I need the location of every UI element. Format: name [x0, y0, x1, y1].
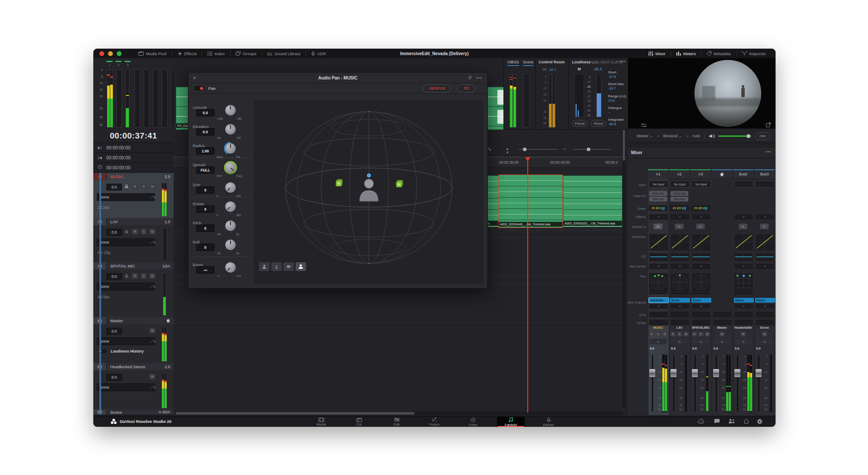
bus-output-chip[interactable]: Scene	[670, 298, 690, 303]
mute-button[interactable]: M	[149, 374, 155, 379]
horizontal-zoom-icon[interactable]: ‹›	[563, 147, 566, 151]
view-front-button[interactable]	[259, 262, 270, 271]
dynamics-graph[interactable]	[649, 234, 668, 251]
zoom-window-button[interactable]	[117, 51, 122, 56]
monitor-mode-button[interactable]: Auto	[692, 134, 700, 138]
size-knob[interactable]	[224, 181, 237, 194]
pitch-knob[interactable]	[224, 219, 237, 232]
add-effect-button[interactable]: +	[649, 214, 668, 220]
roll-value[interactable]: 0	[196, 244, 214, 251]
fader-handle[interactable]	[649, 369, 655, 377]
expand-icon[interactable]	[766, 122, 771, 127]
track-body-a3[interactable]: 0.0 R S M None⌄ ∿ 4 Clips	[93, 270, 174, 317]
timeline-zoom-slider[interactable]	[573, 149, 611, 150]
mute-button[interactable]: M	[741, 332, 746, 336]
page-deliver[interactable]: Deliver	[535, 417, 562, 427]
track-gain[interactable]: 0.0	[106, 328, 122, 335]
add-bus-output-button[interactable]: +	[691, 303, 711, 309]
track-body-b2[interactable]: 0.0 M None⌄ ∿	[93, 370, 174, 410]
eq-graph[interactable]	[691, 253, 711, 262]
strip-gain-value[interactable]: 0.0	[735, 346, 739, 350]
boom-knob[interactable]	[224, 261, 237, 274]
fader-track[interactable]	[673, 355, 674, 412]
io-dropdown[interactable]: None⌄	[97, 238, 155, 246]
fader-handle[interactable]	[671, 369, 677, 377]
track-header-a1[interactable]: A1 MUSIC 2.0	[93, 173, 174, 181]
inspector-button[interactable]: Inspector	[736, 49, 771, 58]
mixer-column-bus3[interactable]: Bus3 + In + Master + Scene M ∿ 0.0	[754, 148, 775, 417]
group-cell[interactable]	[691, 319, 711, 326]
automation-icon[interactable]: ∿	[152, 284, 156, 289]
page-cut[interactable]: Cut	[345, 417, 373, 427]
cloud-sync-icon[interactable]	[697, 419, 704, 424]
mixer-column-master[interactable]: Master M ∿ 0.0 05101520304050	[712, 148, 732, 417]
minimize-window-button[interactable]	[108, 51, 113, 56]
timecode-row-in[interactable]: ▶|00:00:00:00	[93, 142, 174, 153]
strip-gain-value[interactable]: 0.0	[692, 346, 697, 350]
page-edit[interactable]: Edit	[383, 417, 411, 427]
effects-in-button[interactable]: In	[696, 224, 705, 229]
add-bus-output-button[interactable]: +	[649, 303, 668, 309]
add-effect-button[interactable]: +	[755, 214, 775, 220]
record-arm-button[interactable]: R	[649, 332, 654, 336]
strip-label[interactable]: Master	[712, 326, 732, 329]
track-body-a2[interactable]: 0.0 R S M None⌄ ∿ No Clip	[93, 225, 174, 263]
solo-button[interactable]: S	[141, 273, 147, 279]
page-fusion[interactable]: Fusion	[421, 417, 448, 427]
io-dropdown[interactable]: None⌄	[97, 283, 155, 290]
pan-enable-toggle[interactable]	[194, 85, 205, 91]
track-fx-chip[interactable]: Voice Iso	[671, 191, 688, 196]
mixer-column-bus2[interactable]: Bus2 + In + Master + HeadlckdStr M ∿	[733, 148, 753, 417]
solo-button[interactable]: S	[141, 184, 147, 189]
vca-cell[interactable]	[713, 311, 732, 318]
input-select[interactable]: No Input	[691, 181, 711, 188]
column-header[interactable]: A2	[669, 169, 690, 178]
add-bus-output-button[interactable]: +	[755, 303, 775, 309]
spread-knob[interactable]	[224, 161, 237, 174]
vca-cell[interactable]	[649, 311, 668, 318]
elevation-value[interactable]: 0.0	[196, 128, 214, 135]
bus-output-chip[interactable]: Master	[734, 298, 754, 303]
strip-gain-value[interactable]: 0.0	[671, 346, 675, 350]
loudness-reset-button[interactable]: Reset	[591, 120, 606, 127]
fader-track[interactable]	[716, 355, 717, 412]
column-header[interactable]: A3	[690, 169, 711, 178]
loudness-history-toggle[interactable]: Loudness History	[98, 349, 144, 354]
strip-label[interactable]: HeadlckdStr	[733, 326, 753, 329]
track-header-a2[interactable]: A2 LAV 1.0	[93, 218, 174, 226]
metadata-button[interactable]: Metadata	[701, 49, 736, 58]
track-body-b1[interactable]: 0.0 M None⌄ ∿ Loudness History	[93, 324, 174, 363]
automation-button[interactable]: ∿	[713, 339, 730, 344]
track-header-b1[interactable]: B1 Master	[93, 317, 174, 325]
io-dropdown[interactable]: None⌄	[97, 383, 155, 391]
sound-library-button[interactable]: Sound Library	[262, 49, 306, 58]
size-value[interactable]: 0	[196, 186, 214, 194]
strip-label[interactable]: SPATIALMIC	[690, 326, 711, 329]
record-arm-button[interactable]: R	[132, 273, 138, 279]
close-icon[interactable]: ✕	[193, 76, 196, 80]
radius-value[interactable]: 1.00	[196, 147, 214, 155]
bus-output-chip[interactable]: Scene	[691, 298, 711, 303]
track-gain[interactable]: 0.0	[106, 273, 122, 280]
pan-display[interactable]	[649, 273, 668, 293]
dynamics-graph[interactable]	[755, 234, 775, 251]
solo-button[interactable]: S	[698, 332, 704, 336]
mute-button[interactable]: M	[149, 229, 155, 234]
automation-icon[interactable]: ∿	[152, 195, 156, 199]
automation-icon[interactable]: ∿	[152, 339, 156, 343]
input-select[interactable]	[734, 181, 753, 188]
effects-in-button[interactable]: In	[675, 224, 684, 229]
mute-button[interactable]: M	[662, 332, 667, 336]
strip-label[interactable]: MUSIC	[648, 326, 668, 329]
solo-button[interactable]: S	[677, 332, 682, 336]
input-select[interactable]: No Input	[649, 181, 668, 188]
boom-value[interactable]: -∞	[196, 266, 214, 274]
view-top-button[interactable]	[283, 262, 294, 271]
automation-button[interactable]: ∿	[692, 339, 709, 344]
effects-in-button[interactable]: In	[654, 224, 662, 229]
page-media[interactable]: Media	[307, 417, 335, 427]
speaker-object-right[interactable]	[396, 180, 403, 187]
3d-mode-button[interactable]: 3D	[457, 84, 475, 92]
eq-graph[interactable]	[755, 253, 775, 262]
strip-gain-value[interactable]: 0.0	[756, 346, 760, 350]
